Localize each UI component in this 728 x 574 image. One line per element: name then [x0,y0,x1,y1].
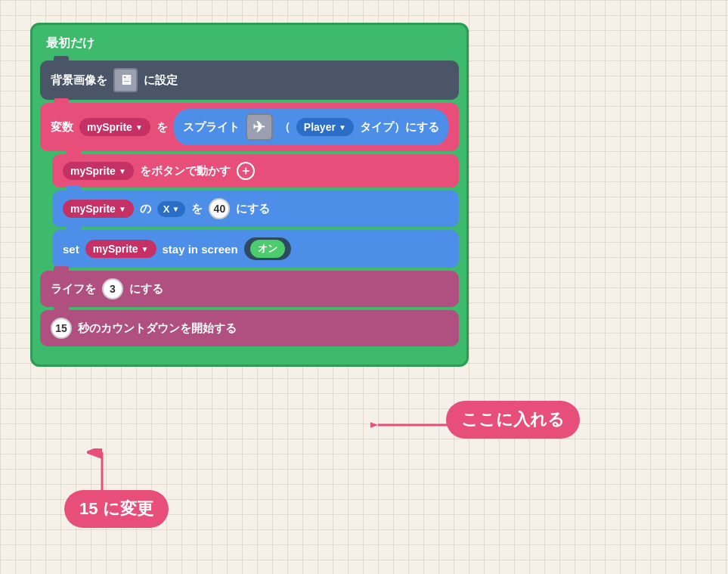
mysprite-dropdown-2[interactable]: mySprite ▼ [63,162,134,180]
dropdown-arrow-5: ▼ [172,205,180,213]
button-move-label: をボタンで動かす [140,164,231,178]
stay-in-screen-label: stay in screen [163,243,238,256]
dropdown-arrow-1: ▼ [135,123,143,132]
var-label: 変数 [51,120,73,135]
block-background: 背景画像を 🖥 に設定 [40,61,459,100]
dropdown-arrow-4: ▼ [119,205,126,213]
add-button[interactable]: ＋ [237,162,255,180]
life-value[interactable]: 3 [102,278,123,299]
countdown-suffix: 秒のカウントダウンを開始する [78,321,237,336]
countdown-value[interactable]: 15 [51,318,72,339]
set-label: set [63,243,79,256]
mysprite-dropdown-4[interactable]: mySprite ▼ [85,240,156,258]
bg-label: 背景画像を [51,73,107,88]
sprite-label: スプライト [183,120,240,135]
plane-sprite-icon: ✈ [246,113,273,141]
wo-label2: を [191,202,203,216]
block-countdown: 15 秒のカウントダウンを開始する [40,310,459,346]
main-container: 最初だけ 背景画像を 🖥 に設定 変数 mySprite ▼ を スプライト ✈… [30,23,559,367]
mysprite-dropdown-1[interactable]: mySprite ▼ [79,118,150,136]
block-move: mySprite ▼ をボタンで動かす ＋ [52,154,459,188]
ni-suru-2: にする [129,282,163,296]
axis-dropdown[interactable]: X ▼ [157,201,186,217]
wo-label: を [156,120,168,135]
block-life: ライフを 3 にする [40,271,459,307]
toggle-switch[interactable]: オン [244,237,291,260]
player-dropdown[interactable]: Player ▼ [296,118,354,136]
sprite-container: スプライト ✈ （ Player ▼ タイプ）にする [174,109,448,145]
dropdown-arrow-2: ▼ [339,123,346,132]
annotation-kokoni-label: ここに入れる [446,401,580,439]
block-set-x: mySprite ▼ の X ▼ を 40 にする [52,191,459,227]
green-block-label: 最初だけ [40,33,459,54]
type-label: タイプ）にする [360,120,439,135]
arrow-svg-15 [87,448,117,494]
green-block: 最初だけ 背景画像を 🖥 に設定 変数 mySprite ▼ を スプライト ✈… [30,23,469,367]
ni-suru-label: にする [236,202,270,216]
x-value[interactable]: 40 [209,198,230,219]
annotation-15-label: 15 に変更 [64,490,169,528]
screen-icon: 🖥 [113,68,138,92]
life-label: ライフを [51,282,96,296]
no-label: の [140,202,151,216]
mysprite-dropdown-3[interactable]: mySprite ▼ [63,200,134,218]
block-stay-in-screen: set mySprite ▼ stay in screen オン [52,230,459,268]
bg-suffix: に設定 [144,73,178,88]
dropdown-arrow-6: ▼ [141,245,149,253]
toggle-on-label: オン [250,240,285,258]
dropdown-arrow-3: ▼ [119,167,126,175]
block-sprite-create: 変数 mySprite ▼ を スプライト ✈ （ Player ▼ タイプ）に… [40,103,459,151]
